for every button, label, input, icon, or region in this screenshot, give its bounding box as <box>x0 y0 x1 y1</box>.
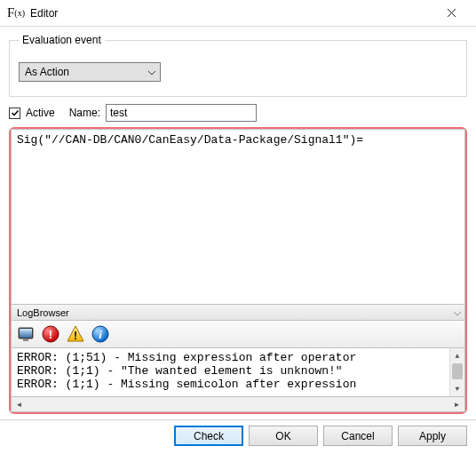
titlebar: F(x) Editor <box>0 0 476 27</box>
evaluation-event-legend: Evaluation event <box>19 34 105 46</box>
scroll-right-icon: ► <box>449 401 464 409</box>
error-icon: ! <box>41 324 60 344</box>
active-checkbox[interactable] <box>9 108 20 119</box>
active-label: Active <box>26 107 55 119</box>
info-icon: i <box>91 324 110 344</box>
editor-highlight-region: Sig("//CAN-DB/CAN0/CanEasy/Data-Package/… <box>9 127 467 414</box>
log-line: ERROR: (1;1) - Missing semicolon after e… <box>17 378 356 391</box>
errors-filter-button[interactable]: ! <box>40 323 61 345</box>
svg-text:!: ! <box>74 330 77 342</box>
log-line: ERROR: (1;1) - "The wanted element is un… <box>17 364 343 378</box>
name-label: Name: <box>69 107 100 119</box>
apply-button[interactable]: Apply <box>398 426 467 446</box>
log-line: ERROR: (1;51) - Missing expression after… <box>17 351 356 364</box>
window-title: Editor <box>30 7 58 20</box>
vertical-scrollbar[interactable]: ▲ ▼ <box>449 348 464 396</box>
log-toolbar: ! ! i <box>11 321 465 347</box>
dialog-button-bar: Check OK Cancel Apply <box>0 419 476 453</box>
svg-text:!: ! <box>49 328 52 341</box>
chevron-down-icon <box>454 307 461 318</box>
check-button[interactable]: Check <box>174 426 243 446</box>
ok-button[interactable]: OK <box>249 426 318 446</box>
evaluation-event-group: Evaluation event As Action <box>9 34 467 97</box>
scroll-left-icon: ◄ <box>12 401 27 409</box>
log-browser-header[interactable]: LogBrowser <box>11 305 465 321</box>
close-button[interactable] <box>432 1 471 26</box>
info-filter-button[interactable]: i <box>90 323 111 345</box>
monitor-icon <box>16 324 36 344</box>
evaluation-event-dropdown[interactable]: As Action <box>19 62 161 82</box>
scroll-down-icon: ▼ <box>450 381 464 396</box>
svg-rect-3 <box>20 329 32 338</box>
warning-icon: ! <box>66 324 85 344</box>
horizontal-scrollbar[interactable]: ◄ ► <box>11 397 465 412</box>
warnings-filter-button[interactable]: ! <box>65 323 86 345</box>
log-output[interactable]: ERROR: (1;51) - Missing expression after… <box>11 347 465 397</box>
cancel-button[interactable]: Cancel <box>323 426 393 446</box>
name-input[interactable] <box>106 104 257 122</box>
log-browser-title: LogBrowser <box>17 307 69 318</box>
code-editor[interactable]: Sig("//CAN-DB/CAN0/CanEasy/Data-Package/… <box>11 129 465 305</box>
svg-rect-4 <box>23 339 28 341</box>
scroll-up-icon: ▲ <box>450 348 464 363</box>
evaluation-event-value: As Action <box>25 66 69 78</box>
svg-text:i: i <box>99 328 102 341</box>
clear-log-button[interactable] <box>15 323 36 345</box>
close-icon <box>447 8 456 18</box>
app-icon: F(x) <box>7 5 25 20</box>
check-icon <box>11 108 20 117</box>
